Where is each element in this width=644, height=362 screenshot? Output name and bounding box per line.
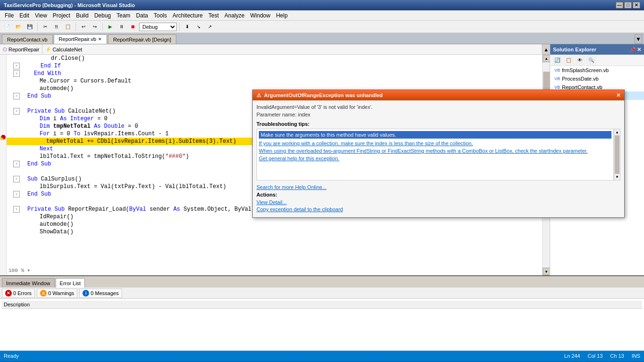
- expand-btn[interactable]: -: [13, 70, 20, 77]
- step-out-btn[interactable]: ↗: [205, 22, 215, 32]
- menu-file[interactable]: File: [2, 11, 17, 20]
- tab-close-btn[interactable]: ✕: [98, 37, 102, 41]
- status-bar: Ready Ln 244 Col 13 Ch 13 INS: [0, 351, 644, 361]
- copy-exception-link[interactable]: Copy exception detail to the clipboard: [256, 206, 620, 212]
- save-btn[interactable]: 💾: [25, 22, 35, 32]
- scroll-down-arrow[interactable]: ▼: [543, 268, 550, 275]
- editor-scroll-up[interactable]: ▲: [542, 44, 550, 55]
- se-title: Solution Explorer: [553, 47, 596, 52]
- menu-view[interactable]: View: [32, 11, 50, 20]
- tips-scroll-down[interactable]: ▼: [615, 175, 619, 179]
- se-header-controls: 📌 ✕: [629, 47, 641, 53]
- tab-report-contact[interactable]: ReportContact.vb: [2, 34, 53, 44]
- zoom-level[interactable]: 100 % ▾: [8, 267, 30, 273]
- expand-btn[interactable]: -: [13, 176, 20, 182]
- tab-bar: ReportContact.vb ReportRepair.vb ✕ Repor…: [0, 33, 644, 44]
- insert-mode: INS: [632, 353, 640, 359]
- tip-2[interactable]: If you are working with a collection, ma…: [259, 140, 611, 146]
- copy-btn[interactable]: ⎘: [51, 22, 62, 32]
- menu-window[interactable]: Window: [248, 11, 273, 20]
- menu-project[interactable]: Project: [50, 11, 73, 20]
- se-file-processdate[interactable]: VB ProcessDate.vb: [550, 74, 644, 83]
- step-into-btn[interactable]: ↘: [193, 22, 204, 32]
- solution-explorer-header: Solution Explorer 📌 ✕: [550, 44, 644, 55]
- pause-btn[interactable]: ⏸: [116, 22, 127, 32]
- menu-help[interactable]: Help: [273, 11, 290, 20]
- search-help-link[interactable]: Search for more Help Online...: [256, 184, 620, 190]
- scroll-up-arrow[interactable]: ▲: [543, 55, 550, 62]
- se-pin-btn[interactable]: 📌: [629, 47, 636, 53]
- tips-scroll-thumb[interactable]: [615, 135, 619, 174]
- menu-architecture[interactable]: Architecture: [170, 11, 206, 20]
- menu-analyze[interactable]: Analyze: [222, 11, 248, 20]
- step-over-btn[interactable]: ⬇: [182, 22, 192, 32]
- menu-test[interactable]: Test: [206, 11, 222, 20]
- tip-1[interactable]: Make sure the arguments to this method h…: [259, 131, 611, 139]
- scroll-thumb[interactable]: [543, 72, 550, 90]
- warning-count: 0 Warnings: [48, 290, 74, 296]
- expand-btn[interactable]: -: [13, 93, 20, 99]
- tips-header: Troubleshooting tips:: [256, 121, 620, 127]
- se-refresh-btn[interactable]: 🔄: [552, 56, 562, 65]
- tab-immediate-window[interactable]: Immediate Window: [2, 278, 55, 288]
- se-show-all-btn[interactable]: 👁: [575, 56, 585, 65]
- exception-header: ⚠ ArgumentOutOfRangeException was unhand…: [253, 90, 624, 100]
- cut-btn[interactable]: ✂: [40, 22, 50, 32]
- view-detail-link[interactable]: View Detail...: [256, 199, 620, 205]
- tip-4[interactable]: Get general help for this exception.: [259, 156, 611, 161]
- se-filter-btn[interactable]: 🔍: [586, 56, 596, 65]
- tab-dropdown-btn[interactable]: ▼: [635, 34, 642, 44]
- class-name: ReportRepair: [8, 47, 39, 52]
- warning-count-badge[interactable]: ⚠ 0 Warnings: [37, 288, 77, 298]
- error-count-badge[interactable]: ✕ 0 Errors: [2, 288, 35, 298]
- tab-label: ReportContact.vb: [7, 37, 48, 42]
- menu-team[interactable]: Team: [114, 11, 133, 20]
- current-line-arrow: ▶: [0, 135, 4, 142]
- sep3: [102, 23, 103, 31]
- line-number: Ln 244: [564, 353, 580, 359]
- se-close-btn[interactable]: ✕: [637, 47, 641, 53]
- class-dropdown[interactable]: ⬡ ReportRepair: [0, 44, 42, 54]
- exception-header-content: ⚠ ArgumentOutOfRangeException was unhand…: [256, 92, 383, 99]
- exception-close-btn[interactable]: ✕: [616, 92, 620, 99]
- redo-btn[interactable]: ↪: [90, 22, 100, 32]
- char-number: Ch 13: [610, 353, 624, 359]
- menu-debug[interactable]: Debug: [91, 11, 114, 20]
- tips-scroll-up[interactable]: ▲: [615, 130, 619, 134]
- menu-tools[interactable]: Tools: [151, 11, 170, 20]
- tab-report-repair-design[interactable]: ReportRepair.vb [Design]: [108, 34, 176, 44]
- expand-btn[interactable]: -: [13, 108, 20, 115]
- menu-build[interactable]: Build: [73, 11, 91, 20]
- undo-btn[interactable]: ↩: [78, 22, 89, 32]
- tab-error-list[interactable]: Error List: [56, 278, 85, 288]
- se-file-frmsplashscreen[interactable]: VB frmSplashScreen.vb: [550, 66, 644, 74]
- expand-btn[interactable]: -: [13, 161, 20, 167]
- maximize-button[interactable]: □: [624, 2, 632, 8]
- close-button[interactable]: ✕: [633, 2, 640, 8]
- tab-report-repair[interactable]: ReportRepair.vb ✕: [54, 34, 107, 44]
- error-table: Description: [2, 301, 642, 309]
- menu-edit[interactable]: Edit: [17, 11, 32, 20]
- bottom-tab-bar: Immediate Window Error List: [0, 276, 644, 288]
- debug-config-dropdown[interactable]: Debug Release: [139, 23, 177, 31]
- stop-btn[interactable]: ⏹: [128, 22, 138, 32]
- tab-label: ReportRepair.vb: [59, 36, 97, 42]
- tips-scrollbar[interactable]: ▲ ▼: [614, 129, 620, 181]
- code-line: automode(): [7, 221, 542, 228]
- start-btn[interactable]: ▶: [105, 22, 116, 32]
- se-properties-btn[interactable]: 📋: [563, 56, 574, 65]
- exception-tips[interactable]: Make sure the arguments to this method h…: [256, 129, 614, 181]
- paste-btn[interactable]: 📋: [63, 22, 73, 32]
- new-project-btn[interactable]: 📄: [2, 22, 12, 32]
- message-count-badge[interactable]: i 0 Messages: [79, 288, 122, 298]
- tab-label: Error List: [60, 280, 81, 286]
- tip-3[interactable]: When using the overloaded two-argument F…: [259, 148, 611, 154]
- open-btn[interactable]: 📂: [13, 22, 24, 32]
- menu-data[interactable]: Data: [133, 11, 151, 20]
- expand-btn[interactable]: -: [13, 206, 20, 213]
- expand-btn[interactable]: -: [13, 191, 20, 197]
- expand-btn[interactable]: -: [13, 63, 20, 69]
- method-dropdown[interactable]: ⚡ CalculateNet: [42, 44, 542, 54]
- minimize-button[interactable]: —: [616, 2, 623, 8]
- error-list-content: Description: [0, 299, 644, 351]
